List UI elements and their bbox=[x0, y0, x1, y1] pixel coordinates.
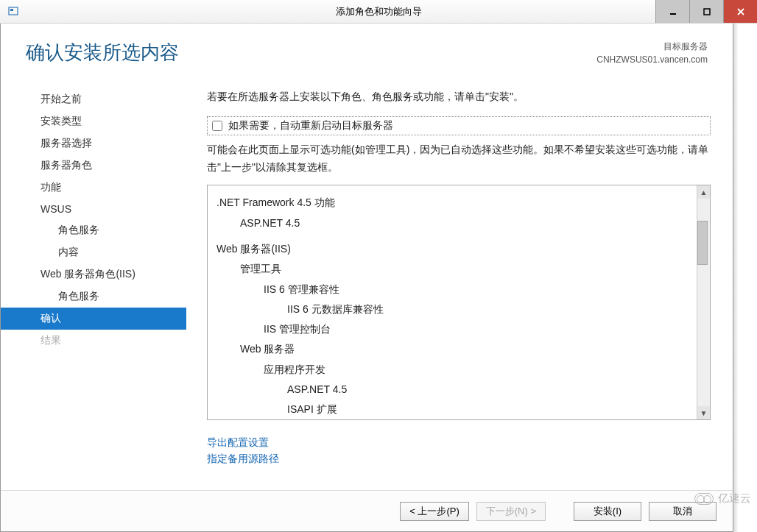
feature-item: ASP.NET 4.5 bbox=[216, 380, 688, 400]
feature-item: 管理工具 bbox=[216, 259, 688, 279]
previous-button[interactable]: < 上一步(P) bbox=[400, 502, 469, 521]
feature-item: ASP.NET 4.5 bbox=[216, 213, 688, 233]
instruction-text: 若要在所选服务器上安装以下角色、角色服务或功能，请单击"安装"。 bbox=[207, 88, 711, 106]
install-button[interactable]: 安装(I) bbox=[574, 502, 641, 521]
maximize-button[interactable] bbox=[689, 0, 723, 23]
nav-item-6[interactable]: 角色服务 bbox=[1, 219, 186, 241]
nav-item-8[interactable]: Web 服务器角色(IIS) bbox=[1, 263, 186, 285]
feature-item: Web 服务器(IIS) bbox=[216, 239, 688, 259]
wizard-sidebar: 开始之前安装类型服务器选择服务器角色功能WSUS角色服务内容Web 服务器角色(… bbox=[1, 81, 186, 490]
feature-item: IIS 6 管理兼容性 bbox=[216, 280, 688, 299]
feature-item: Web 服务器 bbox=[216, 339, 688, 359]
feature-item: IIS 6 元数据库兼容性 bbox=[216, 299, 688, 319]
content-pane: 若要在所选服务器上安装以下角色、角色服务或功能，请单击"安装"。 如果需要，自动… bbox=[186, 81, 733, 490]
nav-item-9[interactable]: 角色服务 bbox=[1, 285, 186, 308]
nav-item-10[interactable]: 确认 bbox=[1, 308, 186, 330]
feature-item: .NET Framework 4.5 功能 bbox=[216, 193, 688, 213]
export-config-link[interactable]: 导出配置设置 bbox=[207, 435, 711, 451]
header-area: 确认安装所选内容 目标服务器 CNHZWSUS01.vancen.com bbox=[1, 24, 733, 74]
svg-rect-3 bbox=[704, 9, 710, 15]
feature-list-box: .NET Framework 4.5 功能ASP.NET 4.5Web 服务器(… bbox=[207, 185, 711, 420]
window-controls bbox=[655, 0, 757, 23]
watermark: 亿速云 bbox=[694, 492, 751, 506]
feature-list: .NET Framework 4.5 功能ASP.NET 4.5Web 服务器(… bbox=[208, 185, 697, 419]
minimize-button[interactable] bbox=[655, 0, 689, 23]
svg-rect-1 bbox=[10, 9, 13, 11]
titlebar: 添加角色和功能向导 bbox=[0, 0, 757, 24]
target-server-name: CNHZWSUS01.vancen.com bbox=[596, 53, 708, 66]
nav-item-11: 结果 bbox=[1, 330, 186, 352]
next-button: 下一步(N) > bbox=[476, 502, 546, 521]
close-button[interactable] bbox=[723, 0, 757, 23]
wizard-links: 导出配置设置 指定备用源路径 bbox=[207, 435, 711, 467]
nav-item-2[interactable]: 服务器选择 bbox=[1, 132, 186, 155]
nav-item-4[interactable]: 功能 bbox=[1, 177, 186, 199]
app-icon bbox=[7, 6, 19, 18]
note-text: 可能会在此页面上显示可选功能(如管理工具)，因为已自动选择这些功能。如果不希望安… bbox=[207, 141, 711, 177]
scroll-up-icon[interactable]: ▲ bbox=[697, 185, 710, 199]
scroll-track[interactable] bbox=[697, 199, 710, 406]
watermark-icon bbox=[694, 493, 714, 505]
nav-item-0[interactable]: 开始之前 bbox=[1, 88, 186, 110]
nav-item-5[interactable]: WSUS bbox=[1, 199, 186, 219]
nav-item-1[interactable]: 安装类型 bbox=[1, 110, 186, 132]
feature-item: IIS 管理控制台 bbox=[216, 319, 688, 339]
window-body: 确认安装所选内容 目标服务器 CNHZWSUS01.vancen.com 开始之… bbox=[0, 24, 733, 532]
scroll-thumb[interactable] bbox=[697, 221, 708, 265]
target-server-info: 目标服务器 CNHZWSUS01.vancen.com bbox=[596, 40, 708, 66]
alt-source-link[interactable]: 指定备用源路径 bbox=[207, 451, 711, 467]
restart-checkbox[interactable] bbox=[212, 121, 222, 131]
watermark-text: 亿速云 bbox=[718, 492, 751, 506]
target-server-label: 目标服务器 bbox=[596, 40, 708, 53]
page-title: 确认安装所选内容 bbox=[26, 40, 179, 65]
restart-checkbox-label: 如果需要，自动重新启动目标服务器 bbox=[228, 119, 393, 132]
restart-checkbox-row[interactable]: 如果需要，自动重新启动目标服务器 bbox=[207, 116, 711, 135]
nav-item-3[interactable]: 服务器角色 bbox=[1, 155, 186, 177]
feature-item: 应用程序开发 bbox=[216, 360, 688, 380]
nav-item-7[interactable]: 内容 bbox=[1, 241, 186, 263]
window-title: 添加角色和功能向导 bbox=[336, 5, 422, 18]
scroll-down-icon[interactable]: ▼ bbox=[697, 406, 710, 419]
feature-item: ISAPI 扩展 bbox=[216, 400, 688, 419]
feature-scrollbar[interactable]: ▲ ▼ bbox=[697, 185, 710, 419]
wizard-footer: < 上一步(P) 下一步(N) > 安装(I) 取消 bbox=[1, 490, 733, 531]
